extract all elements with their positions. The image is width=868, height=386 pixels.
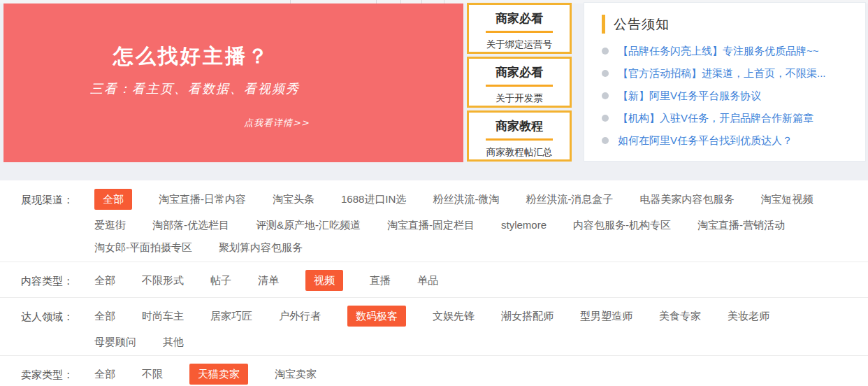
filter-option[interactable]: 淘宝头条 — [273, 192, 314, 206]
filter-option[interactable]: 视频 — [305, 270, 343, 291]
filter-row-content-type: 内容类型： 全部不限形式帖子清单视频直播单品 — [0, 262, 868, 297]
notice-card-title: 商家必看 — [469, 10, 570, 27]
filter-option[interactable]: 清单 — [258, 273, 279, 287]
filter-option[interactable]: 粉丝洪流-消息盒子 — [526, 192, 613, 206]
filter-option[interactable]: 淘宝短视频 — [760, 192, 813, 206]
notice-card-title: 商家教程 — [469, 118, 570, 134]
notice-card-column: 商家必看 关于绑定运营号 商家必看 关于开发票 商家教程 商家教程帖汇总 — [467, 3, 572, 162]
filter-row-seller-type: 卖家类型： 全部不限天猫卖家淘宝卖家 — [0, 355, 868, 386]
filter-options-talent-domain: 全部时尚车主居家巧匠户外行者数码极客文娱先锋潮女搭配师型男塑造师美食专家美妆老师… — [94, 306, 821, 349]
filter-option[interactable]: 数码极客 — [347, 306, 406, 327]
filter-option[interactable]: 电器美家内容包服务 — [639, 192, 734, 206]
notice-card[interactable]: 商家教程 商家教程帖汇总 — [467, 110, 572, 162]
filter-option[interactable]: 粉丝洪流-微淘 — [433, 192, 499, 206]
filter-option[interactable]: 全部 — [94, 273, 115, 287]
notice-card[interactable]: 商家必看 关于开发票 — [467, 57, 572, 108]
filter-option[interactable]: 淘女郎-平面拍摄专区 — [94, 241, 192, 255]
filter-option[interactable]: 美妆老师 — [728, 309, 769, 323]
announcements-list: 【品牌任务闪亮上线】专注服务优质品牌~~ 【官方活动招稿】进渠道，上首页，不限渠… — [584, 40, 865, 152]
filter-row-talent-domain: 达人领域： 全部时尚车主居家巧匠户外行者数码极客文娱先锋潮女搭配师型男塑造师美食… — [0, 297, 868, 355]
filter-option[interactable]: 美食专家 — [659, 309, 701, 323]
filter-panel: 展现渠道： 全部淘宝直播-日常内容淘宝头条1688进口IN选粉丝洪流-微淘粉丝洪… — [0, 180, 868, 386]
filter-option[interactable]: 帖子 — [210, 273, 231, 287]
announcement-link[interactable]: 【机构】入驻V任务，开启品牌合作新篇章 — [618, 112, 813, 125]
filter-option[interactable]: 淘宝直播-日常内容 — [159, 192, 246, 206]
filter-option[interactable]: 聚划算内容包服务 — [219, 241, 303, 255]
bullet-icon — [602, 137, 609, 144]
filter-label-channel: 展现渠道： — [21, 189, 94, 207]
notice-card-subtitle: 关于绑定运营号 — [469, 38, 570, 51]
announcement-item[interactable]: 【新】阿里V任务平台服务协议 — [584, 85, 865, 107]
hero-subtitle: 三看：看主页、看数据、看视频秀 — [90, 80, 300, 97]
filter-option[interactable]: 居家巧匠 — [210, 309, 252, 323]
filter-option[interactable]: 天猫卖家 — [189, 364, 248, 385]
filter-option[interactable]: 淘宝直播-固定栏目 — [387, 218, 475, 232]
filter-option[interactable]: 1688进口IN选 — [341, 192, 406, 206]
filter-option[interactable]: 评测&原产地-汇吃频道 — [256, 218, 361, 232]
bullet-icon — [602, 70, 609, 77]
accent-bar — [602, 15, 605, 34]
announcement-item[interactable]: 如何在阿里V任务平台找到优质达人？ — [584, 129, 865, 152]
filter-option[interactable]: 其他 — [163, 335, 184, 349]
filter-option[interactable]: 全部 — [94, 367, 115, 381]
filter-option[interactable]: 户外行者 — [279, 309, 321, 323]
filter-option[interactable]: 直播 — [370, 273, 391, 287]
filter-option[interactable]: 淘部落-优选栏目 — [152, 218, 229, 232]
announcements-panel: 公告须知 【品牌任务闪亮上线】专注服务优质品牌~~ 【官方活动招稿】进渠道，上首… — [584, 2, 866, 162]
filter-option[interactable]: 母婴顾问 — [94, 335, 136, 349]
announcements-header: 公告须知 — [602, 15, 865, 34]
hero-title: 怎么找好主播？ — [113, 43, 270, 71]
announcement-link[interactable]: 【新】阿里V任务平台服务协议 — [618, 90, 761, 103]
announcement-item[interactable]: 【官方活动招稿】进渠道，上首页，不限渠... — [584, 62, 865, 85]
filter-row-channel: 展现渠道： 全部淘宝直播-日常内容淘宝头条1688进口IN选粉丝洪流-微淘粉丝洪… — [0, 180, 868, 262]
filter-option[interactable]: 不限 — [142, 367, 163, 381]
announcement-item[interactable]: 【机构】入驻V任务，开启品牌合作新篇章 — [584, 107, 865, 129]
filter-label-talent-domain: 达人领域： — [21, 306, 94, 324]
bullet-icon — [602, 92, 609, 99]
notice-card-subtitle: 商家教程帖汇总 — [469, 146, 570, 159]
filter-option[interactable]: 爱逛街 — [94, 218, 126, 232]
filter-option[interactable]: 不限形式 — [142, 273, 184, 287]
announcement-link[interactable]: 如何在阿里V任务平台找到优质达人？ — [618, 134, 793, 148]
card-underline-divider — [486, 138, 553, 141]
filter-option[interactable]: 潮女搭配师 — [501, 309, 554, 323]
filter-label-seller-type: 卖家类型： — [21, 364, 94, 382]
notice-card[interactable]: 商家必看 关于绑定运营号 — [467, 3, 572, 54]
filter-option[interactable]: stylemore — [501, 218, 547, 232]
filter-option[interactable]: 型男塑造师 — [580, 309, 632, 323]
card-underline-divider — [486, 31, 553, 33]
filter-options-seller-type: 全部不限天猫卖家淘宝卖家 — [94, 364, 821, 385]
bullet-icon — [602, 48, 609, 55]
filter-option[interactable]: 单品 — [417, 273, 438, 287]
hero-detail-link[interactable]: 点我看详情>> — [244, 117, 310, 129]
hero-banner[interactable]: 怎么找好主播？ 三看：看主页、看数据、看视频秀 点我看详情>> — [3, 3, 463, 162]
notice-card-title: 商家必看 — [469, 64, 570, 80]
filter-options-channel: 全部淘宝直播-日常内容淘宝头条1688进口IN选粉丝洪流-微淘粉丝洪流-消息盒子… — [94, 189, 821, 255]
filter-option[interactable]: 内容包服务-机构专区 — [573, 218, 671, 232]
filter-option[interactable]: 淘宝卖家 — [275, 367, 317, 381]
announcement-link[interactable]: 【品牌任务闪亮上线】专注服务优质品牌~~ — [618, 45, 819, 58]
filter-option[interactable]: 全部 — [94, 189, 132, 210]
card-underline-divider — [486, 85, 553, 87]
filter-option[interactable]: 时尚车主 — [142, 309, 184, 323]
filter-label-content-type: 内容类型： — [21, 270, 94, 288]
filter-option[interactable]: 全部 — [94, 309, 115, 323]
filter-options-content-type: 全部不限形式帖子清单视频直播单品 — [94, 270, 821, 291]
announcement-item[interactable]: 【品牌任务闪亮上线】专注服务优质品牌~~ — [584, 40, 865, 62]
announcements-title: 公告须知 — [614, 15, 670, 34]
filter-option[interactable]: 淘宝直播-营销活动 — [697, 218, 785, 232]
notice-card-subtitle: 关于开发票 — [469, 92, 570, 105]
announcement-link[interactable]: 【官方活动招稿】进渠道，上首页，不限渠... — [618, 67, 826, 80]
filter-option[interactable]: 文娱先锋 — [433, 309, 475, 323]
bullet-icon — [602, 115, 609, 122]
